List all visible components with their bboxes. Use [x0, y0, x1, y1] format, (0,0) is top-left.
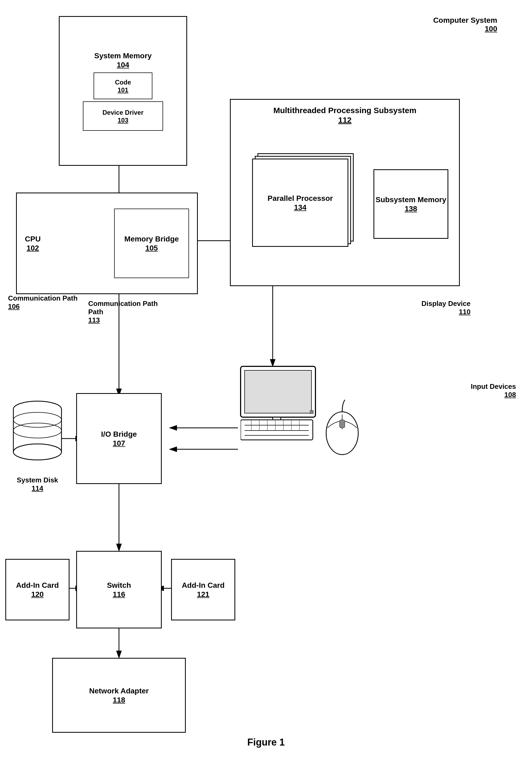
computer-system-label: Computer System 100: [433, 16, 497, 33]
system-disk-svg: [8, 396, 67, 471]
input-devices-label: Input Devices 108: [471, 382, 516, 399]
add-in-card-120-box: Add-In Card 120: [5, 559, 70, 620]
code-box: Code 101: [93, 73, 152, 99]
display-device-label: Display Device 110: [421, 299, 470, 316]
svg-point-43: [13, 444, 62, 460]
subsystem-memory-box: Subsystem Memory 138: [374, 169, 448, 239]
system-disk-label: System Disk 114: [8, 476, 67, 492]
cpu-memory-outer-box: CPU 102 Memory Bridge 105: [16, 193, 198, 294]
multithreaded-box: Multithreaded Processing Subsystem 112 P…: [230, 99, 460, 286]
network-adapter-box: Network Adapter 118: [52, 658, 186, 733]
mouse-svg: [321, 398, 364, 457]
switch-box: Switch 116: [76, 551, 162, 629]
memory-bridge-box: Memory Bridge 105: [114, 209, 189, 278]
diagram-container: Computer System 100 System Memory 104 Co…: [0, 0, 532, 764]
keyboard-svg: [241, 417, 315, 444]
system-memory-box: System Memory 104 Code 101 Device Driver…: [59, 16, 187, 166]
device-driver-box: Device Driver 103: [83, 101, 163, 131]
io-bridge-box: I/O Bridge 107: [76, 393, 162, 484]
svg-rect-17: [310, 411, 313, 414]
comm-path-113-label: Communication Path Path 113: [88, 299, 158, 324]
comm-path-106-label: Communication Path 106: [8, 294, 78, 311]
figure-caption: Figure 1: [0, 737, 532, 748]
parallel-processor-box: Parallel Processor 134: [252, 159, 348, 247]
add-in-card-121-box: Add-In Card 121: [171, 559, 235, 620]
svg-rect-14: [245, 370, 311, 413]
svg-rect-38: [339, 420, 345, 428]
